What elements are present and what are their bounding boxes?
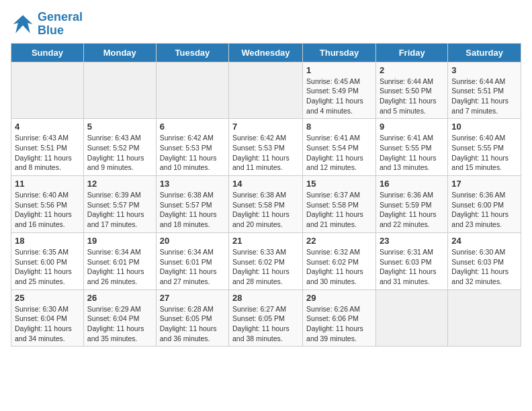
calendar-cell: 29Sunrise: 6:26 AMSunset: 6:06 PMDayligh…: [303, 289, 376, 347]
calendar-cell: 28Sunrise: 6:27 AMSunset: 6:05 PMDayligh…: [229, 289, 303, 347]
day-number: 22: [306, 236, 372, 246]
calendar-week-0: 1Sunrise: 6:45 AMSunset: 5:49 PMDaylight…: [11, 62, 521, 119]
logo: General Blue: [11, 11, 83, 38]
day-number: 3: [451, 65, 517, 75]
day-number: 17: [451, 179, 517, 189]
calendar-cell: [448, 289, 521, 347]
calendar-cell: [375, 289, 447, 347]
day-number: 12: [87, 179, 152, 189]
day-info: Sunrise: 6:30 AMSunset: 6:04 PMDaylight:…: [15, 304, 80, 344]
day-info: Sunrise: 6:41 AMSunset: 5:55 PMDaylight:…: [380, 133, 444, 173]
calendar-cell: 9Sunrise: 6:41 AMSunset: 5:55 PMDaylight…: [375, 119, 447, 176]
calendar-table: SundayMondayTuesdayWednesdayThursdayFrid…: [11, 43, 521, 347]
day-number: 1: [306, 65, 372, 75]
calendar-cell: [83, 62, 156, 119]
day-header-friday: Friday: [375, 43, 447, 62]
day-info: Sunrise: 6:39 AMSunset: 5:57 PMDaylight:…: [87, 190, 152, 230]
calendar-cell: 25Sunrise: 6:30 AMSunset: 6:04 PMDayligh…: [11, 289, 84, 347]
day-number: 2: [380, 65, 444, 75]
calendar-cell: 3Sunrise: 6:44 AMSunset: 5:51 PMDaylight…: [448, 62, 521, 119]
calendar-cell: 10Sunrise: 6:40 AMSunset: 5:55 PMDayligh…: [448, 119, 521, 176]
day-number: 25: [15, 293, 80, 303]
calendar-cell: 24Sunrise: 6:30 AMSunset: 6:03 PMDayligh…: [448, 232, 521, 289]
day-number: 16: [380, 179, 444, 189]
calendar-cell: 18Sunrise: 6:35 AMSunset: 6:00 PMDayligh…: [11, 232, 84, 289]
calendar-cell: 5Sunrise: 6:43 AMSunset: 5:52 PMDaylight…: [83, 119, 156, 176]
day-info: Sunrise: 6:30 AMSunset: 6:03 PMDaylight:…: [451, 247, 517, 287]
calendar-body: 1Sunrise: 6:45 AMSunset: 5:49 PMDaylight…: [11, 62, 521, 347]
day-header-sunday: Sunday: [11, 43, 84, 62]
day-number: 8: [306, 122, 372, 132]
day-info: Sunrise: 6:44 AMSunset: 5:50 PMDaylight:…: [380, 77, 444, 116]
calendar-cell: 7Sunrise: 6:42 AMSunset: 5:53 PMDaylight…: [229, 119, 303, 176]
day-number: 4: [15, 122, 80, 132]
calendar-week-1: 4Sunrise: 6:43 AMSunset: 5:51 PMDaylight…: [11, 119, 521, 176]
calendar-cell: 17Sunrise: 6:36 AMSunset: 6:00 PMDayligh…: [448, 176, 521, 233]
day-info: Sunrise: 6:34 AMSunset: 6:01 PMDaylight:…: [160, 247, 225, 287]
day-header-wednesday: Wednesday: [229, 43, 303, 62]
calendar-cell: 4Sunrise: 6:43 AMSunset: 5:51 PMDaylight…: [11, 119, 84, 176]
day-info: Sunrise: 6:42 AMSunset: 5:53 PMDaylight:…: [160, 133, 225, 173]
calendar-cell: [229, 62, 303, 119]
svg-marker-0: [13, 15, 33, 33]
day-info: Sunrise: 6:40 AMSunset: 5:56 PMDaylight:…: [15, 190, 80, 230]
calendar-cell: 2Sunrise: 6:44 AMSunset: 5:50 PMDaylight…: [375, 62, 447, 119]
day-info: Sunrise: 6:34 AMSunset: 6:01 PMDaylight:…: [87, 247, 152, 287]
calendar-cell: [156, 62, 228, 119]
day-number: 15: [306, 179, 372, 189]
day-info: Sunrise: 6:28 AMSunset: 6:05 PMDaylight:…: [160, 304, 225, 344]
calendar-cell: 1Sunrise: 6:45 AMSunset: 5:49 PMDaylight…: [303, 62, 376, 119]
day-info: Sunrise: 6:37 AMSunset: 5:58 PMDaylight:…: [306, 190, 372, 230]
calendar-cell: 14Sunrise: 6:38 AMSunset: 5:58 PMDayligh…: [229, 176, 303, 233]
calendar-cell: 19Sunrise: 6:34 AMSunset: 6:01 PMDayligh…: [83, 232, 156, 289]
day-info: Sunrise: 6:35 AMSunset: 6:00 PMDaylight:…: [15, 247, 80, 287]
day-number: 18: [15, 236, 80, 246]
day-header-saturday: Saturday: [448, 43, 521, 62]
day-number: 5: [87, 122, 152, 132]
day-number: 21: [232, 236, 299, 246]
logo-icon: [11, 12, 35, 36]
calendar-week-2: 11Sunrise: 6:40 AMSunset: 5:56 PMDayligh…: [11, 176, 521, 233]
calendar-cell: 11Sunrise: 6:40 AMSunset: 5:56 PMDayligh…: [11, 176, 84, 233]
calendar-cell: 15Sunrise: 6:37 AMSunset: 5:58 PMDayligh…: [303, 176, 376, 233]
calendar-cell: 26Sunrise: 6:29 AMSunset: 6:04 PMDayligh…: [83, 289, 156, 347]
day-number: 26: [87, 293, 152, 303]
day-header-thursday: Thursday: [303, 43, 376, 62]
day-info: Sunrise: 6:40 AMSunset: 5:55 PMDaylight:…: [451, 133, 517, 173]
calendar-cell: 21Sunrise: 6:33 AMSunset: 6:02 PMDayligh…: [229, 232, 303, 289]
day-number: 14: [232, 179, 299, 189]
logo-text: General Blue: [38, 11, 83, 38]
calendar-cell: 22Sunrise: 6:32 AMSunset: 6:02 PMDayligh…: [303, 232, 376, 289]
day-info: Sunrise: 6:43 AMSunset: 5:52 PMDaylight:…: [87, 133, 152, 173]
calendar-cell: 27Sunrise: 6:28 AMSunset: 6:05 PMDayligh…: [156, 289, 228, 347]
day-info: Sunrise: 6:43 AMSunset: 5:51 PMDaylight:…: [15, 133, 80, 173]
calendar-cell: 16Sunrise: 6:36 AMSunset: 5:59 PMDayligh…: [375, 176, 447, 233]
day-number: 11: [15, 179, 80, 189]
day-info: Sunrise: 6:45 AMSunset: 5:49 PMDaylight:…: [306, 77, 372, 116]
calendar-cell: 13Sunrise: 6:38 AMSunset: 5:57 PMDayligh…: [156, 176, 228, 233]
day-header-tuesday: Tuesday: [156, 43, 228, 62]
day-number: 7: [232, 122, 299, 132]
day-header-monday: Monday: [83, 43, 156, 62]
day-number: 10: [451, 122, 517, 132]
day-info: Sunrise: 6:36 AMSunset: 6:00 PMDaylight:…: [451, 190, 517, 230]
day-info: Sunrise: 6:44 AMSunset: 5:51 PMDaylight:…: [451, 77, 517, 116]
calendar-cell: 23Sunrise: 6:31 AMSunset: 6:03 PMDayligh…: [375, 232, 447, 289]
calendar-cell: 6Sunrise: 6:42 AMSunset: 5:53 PMDaylight…: [156, 119, 228, 176]
day-number: 27: [160, 293, 225, 303]
day-number: 20: [160, 236, 225, 246]
day-number: 6: [160, 122, 225, 132]
day-number: 29: [306, 293, 372, 303]
day-info: Sunrise: 6:27 AMSunset: 6:05 PMDaylight:…: [232, 304, 299, 344]
calendar-cell: 12Sunrise: 6:39 AMSunset: 5:57 PMDayligh…: [83, 176, 156, 233]
day-number: 13: [160, 179, 225, 189]
day-info: Sunrise: 6:41 AMSunset: 5:54 PMDaylight:…: [306, 133, 372, 173]
day-info: Sunrise: 6:32 AMSunset: 6:02 PMDaylight:…: [306, 247, 372, 287]
calendar-cell: 20Sunrise: 6:34 AMSunset: 6:01 PMDayligh…: [156, 232, 228, 289]
day-info: Sunrise: 6:26 AMSunset: 6:06 PMDaylight:…: [306, 304, 372, 344]
day-info: Sunrise: 6:38 AMSunset: 5:58 PMDaylight:…: [232, 190, 299, 230]
calendar-cell: 8Sunrise: 6:41 AMSunset: 5:54 PMDaylight…: [303, 119, 376, 176]
calendar-week-3: 18Sunrise: 6:35 AMSunset: 6:00 PMDayligh…: [11, 232, 521, 289]
day-info: Sunrise: 6:36 AMSunset: 5:59 PMDaylight:…: [380, 190, 444, 230]
calendar-cell: [11, 62, 84, 119]
